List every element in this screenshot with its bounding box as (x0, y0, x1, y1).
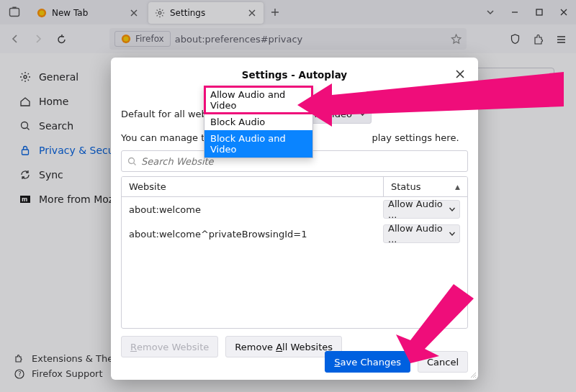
dropdown-option-block-av[interactable]: Block Audio and Video (204, 130, 312, 158)
autoplay-dropdown-list: Allow Audio and Video Block Audio Block … (204, 86, 313, 158)
remove-website-button[interactable]: Remove Website (121, 336, 218, 357)
website-table: Website Status▲ about:welcome Allow Audi… (121, 176, 468, 329)
column-header-website[interactable]: Website (122, 177, 383, 196)
table-row[interactable]: about:welcome^privateBrowsingId=1 Allow … (122, 222, 467, 246)
chevron-down-icon (449, 206, 455, 213)
svg-point-14 (129, 158, 135, 163)
resize-handle[interactable] (468, 370, 477, 378)
row-status-dropdown[interactable]: Allow Audio ... (383, 200, 460, 219)
site-cell: about:welcome (129, 204, 383, 215)
dropdown-option-block-audio[interactable]: Block Audio (204, 114, 312, 130)
close-icon (455, 69, 465, 79)
chevron-down-icon (359, 110, 366, 118)
table-header: Website Status▲ (122, 177, 467, 197)
dropdown-option-allow[interactable]: Allow Audio and Video (204, 86, 312, 114)
cancel-button[interactable]: Cancel (418, 351, 468, 373)
sort-caret-icon: ▲ (455, 183, 460, 191)
row-status-dropdown[interactable]: Allow Audio ... (383, 224, 460, 243)
search-icon (127, 157, 137, 166)
chevron-down-icon (449, 230, 455, 237)
column-header-status[interactable]: Status▲ (383, 177, 467, 196)
save-changes-button[interactable]: Save Changes (325, 351, 410, 373)
site-cell: about:welcome^privateBrowsingId=1 (129, 229, 383, 240)
dialog-title: Settings - Autoplay (242, 69, 347, 81)
table-row[interactable]: about:welcome Allow Audio ... (122, 197, 467, 222)
dialog-close-button[interactable] (452, 66, 468, 82)
